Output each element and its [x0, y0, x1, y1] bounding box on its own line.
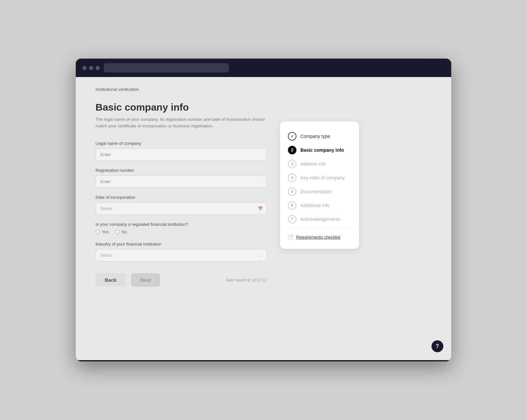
stepper-label-1: Company type	[300, 134, 330, 139]
browser-dots	[82, 66, 100, 70]
date-of-incorporation-group: Date of incorporation Select 📅	[96, 195, 267, 215]
industry-group: Industry of your financial institution S…	[96, 242, 267, 261]
stepper-label-5: Documentation	[300, 189, 331, 194]
stepper-label-2: Basic company info	[300, 147, 344, 153]
regulated-label: Is your company a regulated financial in…	[96, 222, 267, 227]
radio-yes[interactable]	[96, 230, 100, 234]
requirements-link-text: Requirements checklist	[296, 235, 340, 240]
document-icon: 📄	[288, 234, 293, 240]
registration-number-input[interactable]	[96, 175, 267, 188]
stepper-sidebar: ✓ Company type 2 Basic company info 3 Ad…	[280, 121, 359, 249]
registration-number-label: Registration number	[96, 168, 267, 173]
registration-number-group: Registration number	[96, 168, 267, 188]
browser-content: Institutional verification Basic company…	[76, 77, 451, 360]
main-layout: Basic company info The legal name of you…	[96, 102, 431, 287]
industry-select[interactable]: Select	[96, 249, 267, 261]
stepper-label-3: Address info	[300, 161, 326, 167]
stepper-number-1: ✓	[288, 132, 296, 141]
regulated-group: Is your company a regulated financial in…	[96, 222, 267, 234]
legal-name-group: Legal name of company	[96, 141, 267, 161]
back-button[interactable]: Back	[96, 273, 126, 287]
radio-no[interactable]	[115, 230, 120, 234]
date-of-incorporation-select[interactable]: Select	[96, 202, 267, 215]
stepper-item-6[interactable]: 6 Additional info	[287, 198, 352, 212]
stepper-number-7: 7	[288, 215, 296, 223]
stepper-label-7: Acknowledgements	[300, 217, 340, 222]
stepper-number-6: 6	[288, 201, 296, 210]
browser-toolbar	[76, 59, 451, 77]
breadcrumb: Institutional verification	[96, 87, 431, 92]
industry-select-wrapper: Select ⌄	[96, 249, 267, 261]
date-select-wrapper: Select 📅	[96, 202, 267, 215]
browser-addressbar[interactable]	[104, 63, 229, 72]
next-button[interactable]: Next	[131, 273, 160, 287]
legal-name-input[interactable]	[96, 148, 267, 161]
stepper-label-4: Key roles of company	[300, 175, 345, 180]
stepper-number-4: 4	[288, 173, 296, 182]
stepper-number-3: 3	[288, 160, 296, 168]
browser-window: Institutional verification Basic company…	[76, 59, 451, 361]
stepper-item-5[interactable]: 5 Documentation	[287, 185, 352, 198]
page-description: The legal name of your company, its regi…	[96, 116, 267, 129]
radio-no-text: No	[122, 229, 127, 234]
form-section: Basic company info The legal name of you…	[96, 102, 267, 287]
stepper-item-3[interactable]: 3 Address info	[287, 157, 352, 171]
radio-yes-text: Yes	[102, 229, 109, 234]
stepper-item-1[interactable]: ✓ Company type	[287, 129, 352, 143]
dot-yellow	[89, 66, 93, 70]
stepper-number-2: 2	[288, 146, 296, 154]
radio-group: Yes No	[96, 229, 267, 234]
auto-save-text: Auto saved at 12:13:12	[226, 278, 267, 282]
stepper-item-2[interactable]: 2 Basic company info	[287, 143, 352, 157]
industry-label: Industry of your financial institution	[96, 242, 267, 247]
stepper-item-7[interactable]: 7 Acknowledgements	[287, 212, 352, 226]
stepper-number-5: 5	[288, 187, 296, 196]
radio-no-label[interactable]: No	[115, 229, 127, 234]
help-button[interactable]: ?	[431, 340, 443, 352]
stepper-divider	[287, 229, 352, 229]
date-of-incorporation-label: Date of incorporation	[96, 195, 267, 200]
stepper-label-6: Additional info	[300, 203, 329, 208]
requirements-checklist-link[interactable]: 📄 Requirements checklist	[287, 233, 352, 241]
page-title: Basic company info	[96, 102, 267, 113]
radio-yes-label[interactable]: Yes	[96, 229, 109, 234]
dot-green	[96, 66, 100, 70]
stepper-item-4[interactable]: 4 Key roles of company	[287, 171, 352, 185]
dot-red	[82, 66, 87, 70]
legal-name-label: Legal name of company	[96, 141, 267, 146]
form-actions: Back Next Auto saved at 12:13:12	[96, 273, 267, 287]
